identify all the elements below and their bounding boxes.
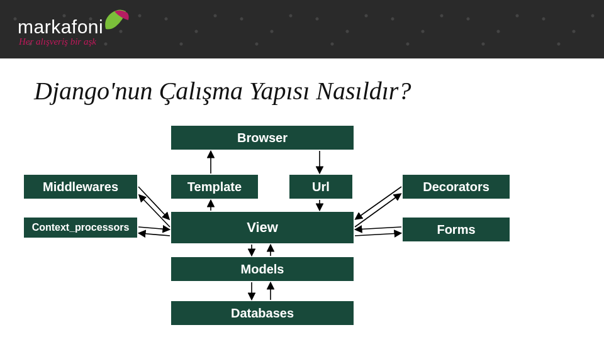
- brand-logo: markafoni: [18, 11, 131, 38]
- box-middlewares: Middlewares: [24, 175, 137, 199]
- slide-body: Django'nun Çalışma Yapısı Nasıldır? Brow…: [0, 58, 604, 364]
- box-browser: Browser: [171, 126, 354, 150]
- leaf-icon: [102, 11, 131, 34]
- svg-line-14: [356, 227, 401, 229]
- box-view: View: [171, 212, 354, 243]
- svg-line-12: [356, 187, 401, 219]
- svg-line-15: [355, 233, 400, 236]
- svg-line-9: [140, 196, 170, 227]
- box-decorators: Decorators: [403, 175, 510, 199]
- svg-line-10: [138, 227, 169, 229]
- brand-tagline: Her alışveriş bir aşk: [19, 36, 96, 47]
- box-databases: Databases: [171, 301, 354, 325]
- slide-title: Django'nun Çalışma Yapısı Nasıldır?: [34, 76, 411, 106]
- box-template: Template: [171, 175, 258, 199]
- svg-line-8: [138, 187, 169, 219]
- brand-name: markafoni: [18, 16, 103, 38]
- box-forms: Forms: [403, 218, 510, 241]
- box-models: Models: [171, 257, 354, 281]
- box-context-processors: Context_processors: [24, 218, 137, 238]
- svg-line-11: [140, 233, 170, 236]
- header-bar: markafoni Her alışveriş bir aşk: [0, 0, 604, 58]
- svg-line-13: [355, 194, 400, 227]
- box-url: Url: [289, 175, 352, 199]
